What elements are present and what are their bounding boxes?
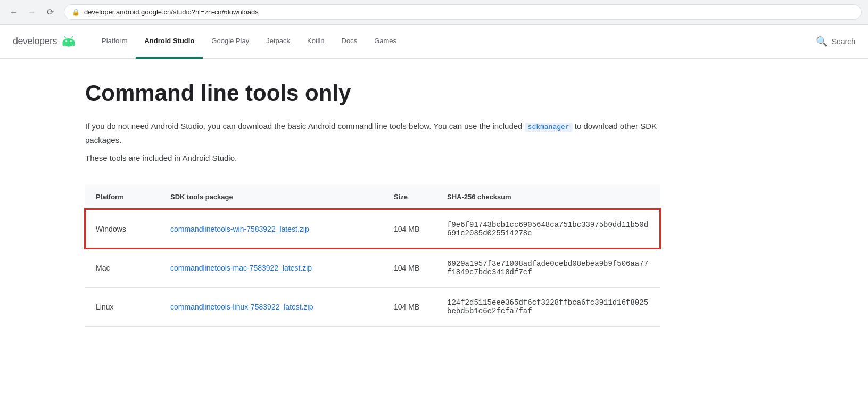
- search-area[interactable]: 🔍 Search: [816, 36, 855, 47]
- table-row-mac: Mac commandlinetools-mac-7583922_latest.…: [85, 248, 660, 287]
- svg-rect-7: [73, 43, 75, 46]
- table-row-windows: Windows commandlinetools-win-7583922_lat…: [85, 209, 660, 248]
- nav-android-studio[interactable]: Android Studio: [136, 25, 203, 59]
- size-mac: 104 MB: [383, 248, 436, 287]
- tools-note: These tools are included in Android Stud…: [85, 153, 660, 162]
- url-text: developer.android.google.cn/studio?hl=zh…: [84, 8, 259, 16]
- reload-button[interactable]: ⟳: [43, 5, 57, 20]
- col-size: Size: [383, 184, 436, 209]
- browser-chrome: ← → ⟳ 🔒 developer.android.google.cn/stud…: [0, 0, 868, 25]
- table-row-linux: Linux commandlinetools-linux-7583922_lat…: [85, 287, 660, 326]
- package-linux: commandlinetools-linux-7583922_latest.zi…: [160, 287, 383, 326]
- download-link-linux[interactable]: commandlinetools-linux-7583922_latest.zi…: [170, 303, 313, 311]
- package-windows: commandlinetools-win-7583922_latest.zip: [160, 209, 383, 248]
- address-bar[interactable]: 🔒 developer.android.google.cn/studio?hl=…: [64, 4, 862, 20]
- nav-buttons: ← → ⟳: [6, 5, 57, 20]
- checksum-mac: 6929a1957f3e71008adfade0cebd08ebea9b9f50…: [436, 248, 660, 287]
- search-label: Search: [832, 37, 855, 46]
- intro-paragraph: If you do not need Android Studio, you c…: [85, 119, 660, 147]
- platform-mac: Mac: [85, 248, 160, 287]
- download-link-windows[interactable]: commandlinetools-win-7583922_latest.zip: [170, 225, 309, 233]
- nav-docs[interactable]: Docs: [333, 25, 366, 59]
- logo[interactable]: developers: [13, 36, 76, 47]
- back-button[interactable]: ←: [6, 5, 21, 20]
- size-windows: 104 MB: [383, 209, 436, 248]
- checksum-linux: 124f2d5115eee365df6cf3228ffbca6fc3911d16…: [436, 287, 660, 326]
- svg-line-5: [71, 36, 73, 38]
- nav-links: Platform Android Studio Google Play Jetp…: [93, 25, 816, 59]
- size-linux: 104 MB: [383, 287, 436, 326]
- package-mac: commandlinetools-mac-7583922_latest.zip: [160, 248, 383, 287]
- download-link-mac[interactable]: commandlinetools-mac-7583922_latest.zip: [170, 264, 312, 272]
- sdkmanager-link[interactable]: sdkmanager: [525, 123, 573, 132]
- col-package: SDK tools package: [160, 184, 383, 209]
- nav-google-play[interactable]: Google Play: [203, 25, 258, 59]
- col-checksum: SHA-256 checksum: [436, 184, 660, 209]
- svg-point-3: [70, 40, 72, 42]
- nav-jetpack[interactable]: Jetpack: [258, 25, 299, 59]
- search-icon: 🔍: [816, 36, 828, 47]
- forward-button[interactable]: →: [24, 5, 39, 20]
- logo-text: developers: [13, 36, 57, 47]
- svg-point-2: [65, 40, 67, 42]
- android-logo-icon: [61, 36, 76, 47]
- svg-line-4: [64, 36, 66, 38]
- checksum-windows: f9e6f91743bcb1cc6905648ca751bc33975b0dd1…: [436, 209, 660, 248]
- download-table: Platform SDK tools package Size SHA-256 …: [85, 184, 660, 327]
- nav-platform[interactable]: Platform: [93, 25, 136, 59]
- nav-games[interactable]: Games: [366, 25, 405, 59]
- lock-icon: 🔒: [72, 9, 80, 16]
- table-header-row: Platform SDK tools package Size SHA-256 …: [85, 184, 660, 209]
- nav-kotlin[interactable]: Kotlin: [299, 25, 333, 59]
- col-platform: Platform: [85, 184, 160, 209]
- svg-rect-6: [63, 43, 65, 46]
- top-nav: developers Platform Android Studio Googl…: [0, 25, 868, 59]
- platform-windows: Windows: [85, 209, 160, 248]
- page-title: Command line tools only: [85, 80, 660, 107]
- main-content: Command line tools only If you do not ne…: [0, 59, 745, 348]
- intro-text-before: If you do not need Android Studio, you c…: [85, 121, 522, 131]
- platform-linux: Linux: [85, 287, 160, 326]
